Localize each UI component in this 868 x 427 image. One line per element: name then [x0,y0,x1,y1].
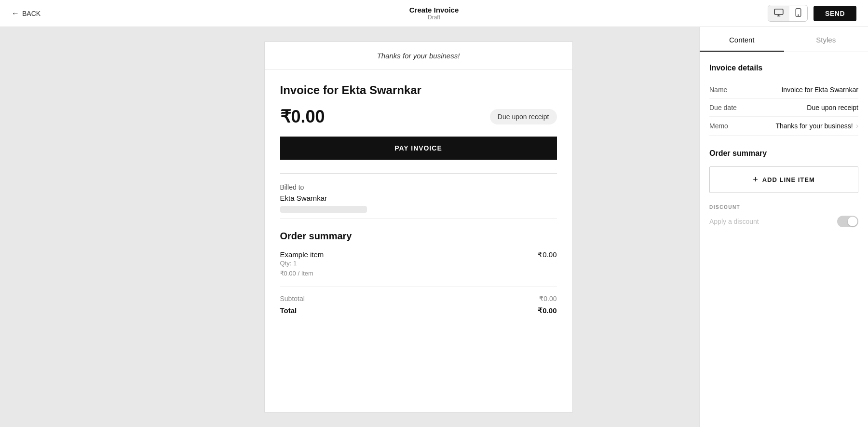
order-summary-section: Order summary + ADD LINE ITEM [709,149,858,193]
nav-subtitle: Draft [409,14,459,21]
total-label: Total [280,306,297,315]
detail-row-due-date: Due date Due upon receipt [709,99,858,117]
summary-divider [280,287,557,287]
main-layout: Thanks for your business! Invoice for Ek… [0,27,868,427]
pay-invoice-button[interactable]: PAY INVOICE [280,137,557,160]
svg-rect-0 [774,9,783,14]
due-date-value: Due upon receipt [807,104,858,111]
invoice-thanks: Thanks for your business! [265,42,572,70]
tab-content[interactable]: Content [700,27,784,52]
line-item-unit: ₹0.00 / Item [280,269,324,279]
discount-text: Apply a discount [709,218,759,225]
discount-row: Apply a discount [709,216,858,227]
subtotal-value: ₹0.00 [539,295,556,303]
subtotal-row: Subtotal ₹0.00 [280,295,557,303]
detail-row-memo[interactable]: Memo Thanks for your business! › [709,117,858,136]
right-panel: Content Styles Invoice details Name Invo… [699,27,868,427]
total-row: Total ₹0.00 [280,306,557,315]
desktop-view-button[interactable] [768,6,789,21]
line-item-info: Example item Qty: 1 ₹0.00 / Item [280,250,324,279]
billed-name: Ekta Swarnkar [280,194,557,202]
discount-heading: DISCOUNT [709,205,858,210]
section-divider-2 [280,219,557,219]
back-arrow-icon: ← [12,9,19,18]
toggle-knob [848,217,857,226]
center-preview: Thanks for your business! Invoice for Ek… [137,27,699,427]
memo-value: Thanks for your business! › [775,122,858,130]
invoice-body: Invoice for Ekta Swarnkar ₹0.00 Due upon… [265,70,572,332]
nav-right: SEND [768,5,856,22]
back-label: BACK [22,10,41,17]
subtotal-label: Subtotal [280,295,305,303]
line-item-name: Example item [280,250,324,259]
due-date-label: Due date [709,104,737,111]
discount-section: DISCOUNT Apply a discount [709,205,858,227]
nav-title: Create Invoice [409,6,459,14]
add-line-item-button[interactable]: + ADD LINE ITEM [709,166,858,193]
order-summary-title: Order summary [280,231,557,242]
name-value: Invoice for Ekta Swarnkar [781,86,858,94]
detail-row-name: Name Invoice for Ekta Swarnkar [709,81,858,99]
invoice-preview: Thanks for your business! Invoice for Ek… [264,41,573,413]
back-button[interactable]: ← BACK [12,9,41,18]
total-value: ₹0.00 [538,306,556,315]
send-button[interactable]: SEND [814,6,856,21]
plus-icon: + [753,175,759,185]
billed-email-redacted [280,206,367,213]
memo-chevron-icon: › [856,122,858,130]
view-toggle [768,5,808,22]
invoice-amount-row: ₹0.00 Due upon receipt [280,107,557,127]
top-nav: ← BACK Create Invoice Draft SEND [0,0,868,27]
left-spacer [0,27,137,427]
memo-label: Memo [709,122,728,130]
invoice-details-heading: Invoice details [709,64,858,72]
nav-center: Create Invoice Draft [409,6,459,21]
invoice-title: Invoice for Ekta Swarnkar [280,83,557,97]
line-item-qty: Qty: 1 [280,259,324,269]
add-line-item-label: ADD LINE ITEM [762,176,815,183]
due-badge: Due upon receipt [490,109,557,124]
panel-tabs: Content Styles [700,27,868,52]
mobile-view-button[interactable] [789,5,807,21]
tab-styles[interactable]: Styles [784,27,868,52]
line-item-price: ₹0.00 [538,250,556,259]
svg-point-2 [798,15,799,16]
panel-content: Invoice details Name Invoice for Ekta Sw… [700,52,868,239]
section-divider-1 [280,173,557,174]
billed-to-label: Billed to [280,183,557,191]
memo-value-text: Thanks for your business! [775,122,853,130]
order-summary-heading: Order summary [709,149,858,158]
invoice-amount: ₹0.00 [280,107,325,127]
name-label: Name [709,86,727,94]
discount-toggle[interactable] [837,216,858,227]
line-item-row: Example item Qty: 1 ₹0.00 / Item ₹0.00 [280,250,557,279]
